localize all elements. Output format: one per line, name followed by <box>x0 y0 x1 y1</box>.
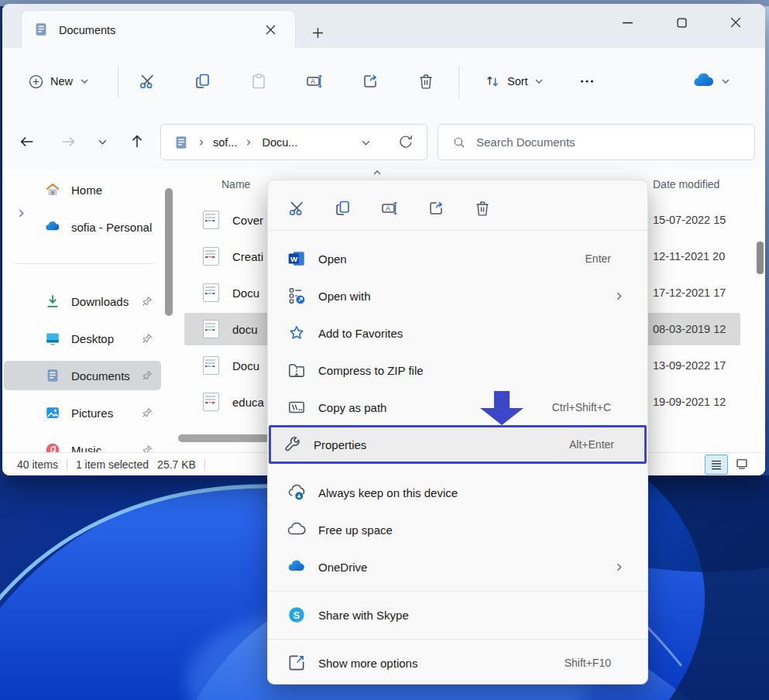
menu-item-label: Add to Favorites <box>318 327 641 340</box>
paste-icon <box>249 72 268 91</box>
menu-item-open-with[interactable]: Open with <box>274 277 641 314</box>
new-icon <box>29 74 43 89</box>
menu-item-copy-as-path[interactable]: Copy as path Ctrl+Shift+C <box>274 389 641 426</box>
vertical-scrollbar[interactable] <box>757 242 764 274</box>
refresh-icon[interactable] <box>397 133 414 150</box>
tab-close-icon[interactable] <box>263 22 278 37</box>
back-button[interactable] <box>15 129 39 154</box>
breadcrumb-onedrive[interactable]: sof... <box>213 136 237 149</box>
item-count: 40 items <box>17 458 58 471</box>
rename-button[interactable]: A <box>379 197 400 219</box>
document-icon <box>33 21 50 38</box>
chevron-right-icon <box>197 139 205 146</box>
menu-item-label: Compress to ZIP file <box>318 364 641 377</box>
sidebar-item-desktop[interactable]: Desktop <box>4 324 161 353</box>
file-date: 15-07-2022 15 <box>653 214 726 226</box>
divider <box>67 458 67 471</box>
tiles-view-button[interactable] <box>731 455 753 473</box>
menu-item-share-with-skype[interactable]: S Share with Skype <box>274 596 641 633</box>
sort-icon <box>484 73 501 90</box>
chevron-down-icon <box>98 137 108 147</box>
menu-item-properties[interactable]: Properties Alt+Enter <box>269 425 647 464</box>
menu-item-shortcut: Enter <box>585 252 611 265</box>
cut-icon <box>287 199 306 218</box>
minimize-button[interactable] <box>610 9 644 36</box>
horizontal-scrollbar[interactable] <box>178 434 271 442</box>
new-tab-button[interactable] <box>309 24 326 41</box>
menu-item-show-more-options[interactable]: Show more options Shift+F10 <box>274 644 641 681</box>
menu-item-always-keep-on-device[interactable]: Always keep on this device <box>274 474 641 511</box>
window-close-button[interactable] <box>719 9 753 36</box>
address-dropdown-icon[interactable] <box>361 138 371 148</box>
cut-button[interactable] <box>136 70 159 93</box>
word-file-icon: W <box>203 283 219 302</box>
menu-divider <box>268 639 647 640</box>
up-button[interactable] <box>125 129 149 154</box>
tab-documents[interactable]: Documents <box>21 10 296 49</box>
word-file-icon: W <box>203 211 219 229</box>
file-date: 19-09-2021 12 <box>653 396 726 408</box>
sidebar-item-documents[interactable]: Documents <box>4 361 161 390</box>
menu-item-label: OneDrive <box>318 561 614 574</box>
delete-icon <box>473 199 492 218</box>
menu-item-onedrive[interactable]: OneDrive <box>274 548 641 585</box>
copy-button[interactable] <box>332 197 354 219</box>
onedrive-status-button[interactable] <box>688 70 734 93</box>
sidebar-divider <box>15 263 154 264</box>
sort-button[interactable]: Sort <box>476 65 551 98</box>
desktop-icon <box>44 330 61 347</box>
see-more-button[interactable] <box>575 70 599 93</box>
recent-locations-button[interactable] <box>90 129 115 154</box>
sidebar-item-label: Downloads <box>71 295 141 308</box>
cut-button[interactable] <box>286 197 307 219</box>
pin-icon <box>141 369 153 382</box>
maximize-button[interactable] <box>664 9 699 36</box>
sidebar-scrollbar[interactable] <box>165 188 173 316</box>
close-icon <box>730 17 741 28</box>
column-header-date-modified[interactable]: Date modified <box>653 178 719 190</box>
copy-icon <box>194 72 212 91</box>
navigation-bar: sof... Docu... <box>2 114 765 169</box>
file-name: Creati <box>232 250 263 263</box>
menu-item-compress-to-zip[interactable]: Compress to ZIP file <box>274 352 641 389</box>
copy-path-icon <box>287 397 307 417</box>
zip-folder-icon <box>287 360 307 380</box>
new-button[interactable]: New <box>19 65 98 98</box>
sidebar-item-home[interactable]: Home <box>4 175 161 204</box>
search-input[interactable] <box>475 135 726 149</box>
star-icon <box>287 323 307 343</box>
sidebar-item-pictures[interactable]: Pictures <box>4 398 161 427</box>
file-date: 12-11-2021 20 <box>653 250 725 262</box>
new-button-label: New <box>50 75 73 88</box>
breadcrumb-documents[interactable]: Docu... <box>262 136 297 149</box>
menu-item-add-to-favorites[interactable]: Add to Favorites <box>274 314 641 352</box>
sidebar-item-label: Home <box>71 184 161 197</box>
delete-icon <box>417 72 435 91</box>
address-bar[interactable]: sof... Docu... <box>160 124 427 160</box>
sidebar-item-onedrive-personal[interactable]: sofia - Personal <box>4 212 161 242</box>
file-name: Docu <box>232 287 259 300</box>
sidebar-item-downloads[interactable]: Downloads <box>4 287 161 316</box>
maximize-icon <box>677 18 687 28</box>
menu-item-open[interactable]: W Open Enter <box>274 240 641 277</box>
delete-button[interactable] <box>472 197 493 219</box>
powerpoint-file-icon: P <box>203 393 219 411</box>
paste-button[interactable] <box>247 70 270 93</box>
delete-button[interactable] <box>414 70 438 93</box>
menu-item-label: Open with <box>318 290 614 303</box>
rename-button[interactable]: A <box>303 70 326 93</box>
forward-button[interactable] <box>56 129 81 154</box>
share-button[interactable] <box>425 197 447 219</box>
pictures-icon <box>44 404 61 421</box>
copy-button[interactable] <box>191 70 215 93</box>
svg-text:W: W <box>290 255 298 263</box>
onedrive-icon <box>287 557 307 577</box>
menu-item-free-up-space[interactable]: Free up space <box>274 511 641 548</box>
details-view-button[interactable] <box>705 455 728 475</box>
share-button[interactable] <box>359 70 382 93</box>
submenu-chevron-icon <box>614 291 624 301</box>
column-header-name[interactable]: Name <box>221 178 250 190</box>
cloud-outline-icon <box>287 520 307 540</box>
sidebar-item-music[interactable]: Music <box>4 435 161 453</box>
search-icon <box>452 136 466 149</box>
